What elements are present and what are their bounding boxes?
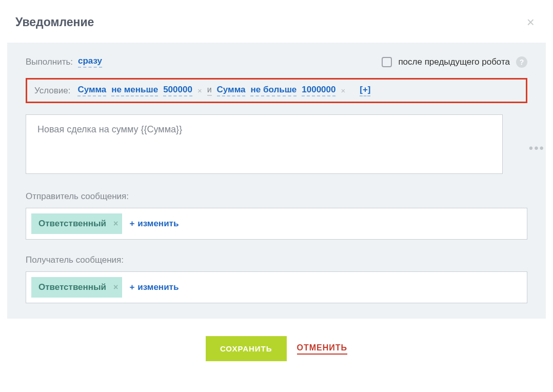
- close-icon[interactable]: ×: [527, 14, 535, 30]
- plus-icon: +: [129, 219, 134, 228]
- recipient-tag: Ответственный ×: [31, 277, 122, 298]
- recipient-change-text: изменить: [137, 282, 179, 292]
- dialog-header: Уведомление ×: [0, 0, 553, 43]
- condition-operator-0[interactable]: не меньше: [111, 85, 158, 96]
- sender-box: Ответственный × +изменить: [26, 208, 527, 240]
- condition-value-1[interactable]: 1000000: [302, 85, 335, 96]
- sender-tag: Ответственный ×: [31, 213, 122, 234]
- condition-add-button[interactable]: [+]: [360, 85, 370, 96]
- after-previous-label: после предыдущего робота: [398, 57, 510, 67]
- recipient-change-link[interactable]: +изменить: [129, 282, 179, 292]
- plus-icon: +: [129, 282, 134, 292]
- execute-row: Выполнить: сразу после предыдущего робот…: [26, 56, 527, 68]
- condition-value-0[interactable]: 500000: [163, 85, 192, 96]
- condition-operator-1[interactable]: не больше: [250, 85, 297, 96]
- execute-label: Выполнить:: [26, 57, 73, 67]
- recipient-tag-text: Ответственный: [38, 282, 106, 292]
- condition-remove-1[interactable]: ×: [341, 86, 345, 95]
- dialog-title: Уведомление: [15, 15, 94, 29]
- condition-joiner[interactable]: и: [207, 85, 212, 96]
- sender-tag-remove-icon[interactable]: ×: [113, 219, 118, 228]
- more-icon[interactable]: •••: [529, 141, 545, 155]
- dialog-footer: СОХРАНИТЬ ОТМЕНИТЬ: [0, 319, 553, 377]
- message-textarea[interactable]: Новая сделка на сумму {{Сумма}}: [26, 114, 503, 174]
- condition-field-0[interactable]: Сумма: [77, 85, 106, 96]
- condition-row: Условие: Сумма не меньше 500000 × и Сумм…: [26, 78, 527, 103]
- cancel-button[interactable]: ОТМЕНИТЬ: [297, 343, 348, 355]
- condition-remove-0[interactable]: ×: [198, 86, 202, 95]
- recipient-tag-remove-icon[interactable]: ×: [113, 283, 118, 292]
- help-icon[interactable]: ?: [516, 56, 527, 68]
- recipient-label: Получатель сообщения:: [26, 255, 527, 265]
- condition-field-1[interactable]: Сумма: [217, 85, 246, 96]
- after-previous-checkbox[interactable]: [382, 57, 392, 67]
- sender-change-link[interactable]: +изменить: [129, 219, 179, 229]
- save-button[interactable]: СОХРАНИТЬ: [206, 336, 287, 361]
- sender-change-text: изменить: [137, 219, 179, 228]
- sender-label: Отправитель сообщения:: [26, 191, 527, 202]
- condition-label: Условие:: [34, 86, 70, 96]
- message-wrap: Новая сделка на сумму {{Сумма}} •••: [26, 114, 527, 176]
- notification-dialog: Уведомление × Выполнить: сразу после пре…: [0, 0, 553, 377]
- sender-tag-text: Ответственный: [38, 219, 106, 229]
- recipient-box: Ответственный × +изменить: [26, 271, 527, 303]
- execute-timing-link[interactable]: сразу: [78, 56, 102, 68]
- dialog-body: Выполнить: сразу после предыдущего робот…: [7, 43, 546, 319]
